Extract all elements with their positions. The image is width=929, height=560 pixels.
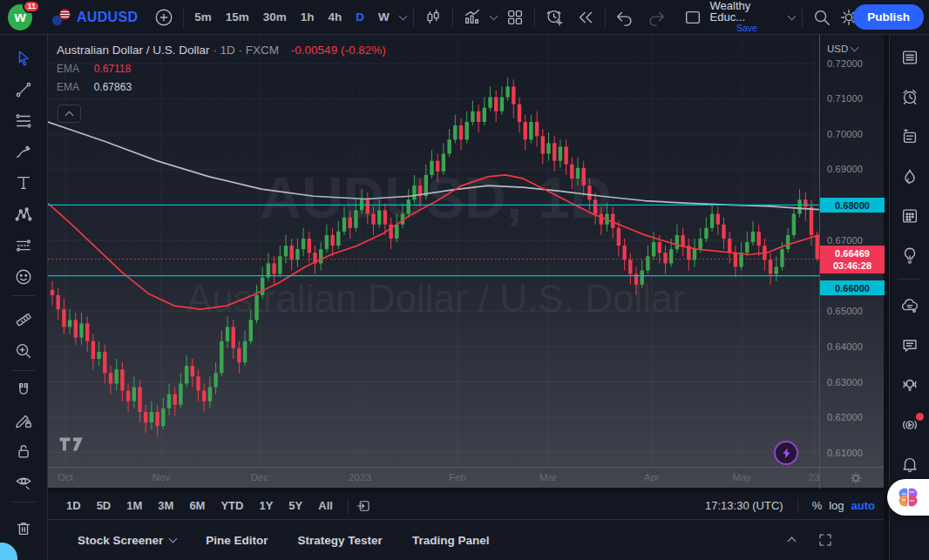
interval-1w[interactable]: W xyxy=(371,5,397,30)
indicators-templates-chevron[interactable] xyxy=(488,4,499,30)
emoji-icon xyxy=(14,267,33,287)
ai-assistant-button[interactable] xyxy=(887,479,929,516)
axis-settings-button[interactable] xyxy=(848,470,864,486)
range-1m[interactable]: 1M xyxy=(119,499,150,512)
interval-menu-chevron[interactable] xyxy=(397,4,410,30)
tool-trend-line[interactable] xyxy=(8,75,39,105)
last-price-value: 0.66469 xyxy=(835,247,870,260)
layout-menu-chevron[interactable] xyxy=(785,4,798,30)
tool-emoji[interactable] xyxy=(8,262,39,292)
fullscreen-icon[interactable] xyxy=(817,532,833,548)
bell-icon xyxy=(900,455,919,474)
tool-fib-retracement[interactable] xyxy=(8,106,39,136)
divider xyxy=(819,468,820,489)
currency-selector[interactable]: USD xyxy=(827,44,858,54)
chart-area[interactable]: AUDUSD, 1DAustralian Dollar / U.S. Dolla… xyxy=(48,35,884,488)
price-tick: 0.70000 xyxy=(827,129,863,139)
tool-text[interactable] xyxy=(8,168,39,198)
percent-scale-toggle[interactable]: % xyxy=(812,499,823,512)
legend-collapse-button[interactable] xyxy=(58,105,81,123)
chart-type-button[interactable] xyxy=(417,4,449,30)
range-6m[interactable]: 6M xyxy=(181,499,213,512)
redo-button[interactable] xyxy=(641,4,672,30)
interval-30m[interactable]: 30m xyxy=(256,5,294,30)
range-1d[interactable]: 1D xyxy=(58,499,89,512)
interval-15m[interactable]: 15m xyxy=(219,5,256,30)
sidebar-watchlist[interactable] xyxy=(894,43,926,72)
search-button[interactable] xyxy=(806,4,837,30)
tool-brush[interactable] xyxy=(8,137,39,166)
tab-stock-screener[interactable]: Stock Screener xyxy=(78,534,176,547)
sidebar-calendar[interactable] xyxy=(894,201,926,231)
sidebar-chat[interactable] xyxy=(894,331,926,361)
instant-trading-button[interactable] xyxy=(774,441,798,465)
tool-xabcd-pattern[interactable] xyxy=(8,199,39,229)
range-3m[interactable]: 3M xyxy=(150,499,181,512)
sidebar-alerts[interactable] xyxy=(894,82,926,111)
bar-replay-button[interactable] xyxy=(570,4,601,30)
time-axis[interactable]: OctNovDec2023FebMarAprMay23 xyxy=(48,467,884,488)
price-tick: 0.64000 xyxy=(827,341,863,352)
tool-hide-all[interactable] xyxy=(8,467,39,496)
app-logo[interactable]: w 11 xyxy=(8,4,32,30)
tool-magnet[interactable] xyxy=(8,375,39,405)
layout-title[interactable]: Wealthy Educ... Save xyxy=(710,0,784,34)
save-layout-button[interactable] xyxy=(677,4,709,30)
range-ytd[interactable]: YTD xyxy=(213,499,251,512)
range-1y[interactable]: 1Y xyxy=(251,499,281,512)
price-chart[interactable]: AUDUSD, 1DAustralian Dollar / U.S. Dolla… xyxy=(48,35,819,467)
interval-1d[interactable]: D xyxy=(349,5,371,30)
ema-row-1[interactable]: EMA 0.67118 xyxy=(57,63,386,75)
divider xyxy=(452,8,453,27)
sidebar-journal[interactable] xyxy=(894,122,926,152)
ema1-label: EMA xyxy=(57,63,78,75)
create-alert-button[interactable] xyxy=(539,4,570,30)
range-5d[interactable]: 5D xyxy=(89,499,119,512)
sidebar-ideas[interactable] xyxy=(894,240,926,270)
last-price-label: 0.66469 03:46:28 xyxy=(820,246,885,273)
symbol-title-row[interactable]: Australian Dollar / U.S. Dollar · 1D · F… xyxy=(57,44,386,57)
interval-4h[interactable]: 4h xyxy=(322,5,349,30)
publish-button[interactable]: Publish xyxy=(853,4,924,30)
undo-icon xyxy=(615,8,634,27)
save-link[interactable]: Save xyxy=(736,23,757,34)
sidebar-notifications[interactable] xyxy=(894,449,926,479)
clock-utc[interactable]: 17:13:30 (UTC) xyxy=(705,499,783,512)
auto-scale-toggle[interactable]: auto xyxy=(851,499,875,512)
grid-layout-icon xyxy=(505,8,525,27)
goto-date-button[interactable] xyxy=(356,498,371,514)
sidebar-hotlists[interactable] xyxy=(894,162,926,192)
tool-remove-all[interactable] xyxy=(8,514,39,543)
price-axis[interactable]: USD 0.720000.710000.700000.690000.670000… xyxy=(819,35,884,467)
tool-drawing-edit-lock[interactable] xyxy=(8,406,39,435)
interval-1h[interactable]: 1h xyxy=(294,5,322,30)
ema-row-2[interactable]: EMA 0.67863 xyxy=(57,81,386,93)
grid-layout-button[interactable] xyxy=(499,4,531,30)
sidebar-streams[interactable] xyxy=(894,410,926,440)
fib-retracement-icon xyxy=(14,111,33,131)
tool-lock-all[interactable] xyxy=(8,436,39,466)
interval-5m[interactable]: 5m xyxy=(187,5,219,30)
tool-forecast[interactable] xyxy=(8,231,39,260)
undo-button[interactable] xyxy=(609,4,641,30)
tool-zoom-in[interactable] xyxy=(8,336,39,366)
tool-cursor[interactable] xyxy=(8,44,39,73)
range-5y[interactable]: 5Y xyxy=(281,499,310,512)
tab-trading-panel[interactable]: Trading Panel xyxy=(412,534,490,547)
log-scale-toggle[interactable]: log xyxy=(829,499,844,512)
symbol-switcher[interactable]: AUDUSD xyxy=(51,9,138,26)
sidebar-minds[interactable] xyxy=(894,292,926,321)
minds-cloud-icon xyxy=(900,297,919,316)
top-toolbar: w 11 AUDUSD 5m 15m 30m 1h 4h D W Weal xyxy=(0,0,929,35)
tool-ruler[interactable] xyxy=(8,305,39,334)
tab-pine-editor[interactable]: Pine Editor xyxy=(206,534,268,547)
compare-add-button[interactable] xyxy=(148,4,180,30)
tab-strategy-tester[interactable]: Strategy Tester xyxy=(298,534,383,547)
price-pane[interactable]: AUDUSD, 1DAustralian Dollar / U.S. Dolla… xyxy=(48,35,819,467)
lock-icon xyxy=(14,442,33,461)
sidebar-live-ideas[interactable] xyxy=(894,370,926,400)
panel-expand-button[interactable] xyxy=(789,534,795,547)
help-bubble-partial[interactable] xyxy=(0,543,17,560)
indicators-button[interactable] xyxy=(457,4,488,30)
range-all[interactable]: All xyxy=(310,499,341,512)
